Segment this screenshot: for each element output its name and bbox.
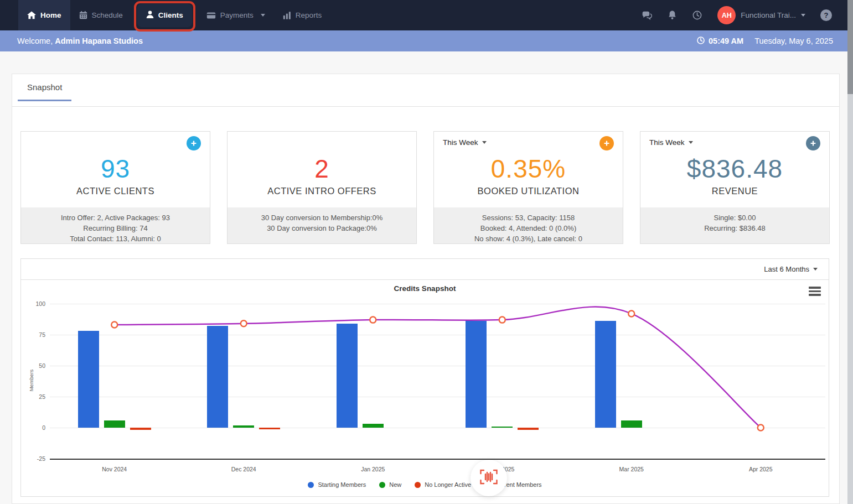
greeting-prefix: Welcome, <box>17 37 53 45</box>
legend-label: No Longer Active <box>425 481 471 488</box>
account-label: Functional Trai... <box>741 11 796 19</box>
time-text: 05:49 AM <box>709 37 743 45</box>
nav-item-label: Home <box>40 11 61 19</box>
welcome-message: Welcome, Admin Hapana Studios <box>17 37 143 45</box>
line-marker <box>241 320 247 326</box>
card-footer-line: Single: $0.00 <box>640 212 829 223</box>
card-footer-line: Booked: 4, Attended: 0 (0.0%) <box>434 223 623 233</box>
welcome-bar: Welcome, Admin Hapana Studios 05:49 AM T… <box>0 30 853 51</box>
plus-icon[interactable] <box>599 136 614 150</box>
tab-bar: Snapshot <box>12 74 839 107</box>
card-active-clients: 93 ACTIVE CLIENTS Intro Offer: 2, Active… <box>20 131 210 244</box>
hapana-logo-overlay <box>471 460 507 496</box>
home-icon <box>27 11 36 19</box>
stat-label: REVENUE <box>640 186 829 196</box>
welcome-datetime: 05:49 AM Tuesday, May 6, 2025 <box>696 36 833 46</box>
line-marker <box>499 317 505 323</box>
stat-value: 93 <box>21 154 210 184</box>
nav-right-cluster: AH Functional Trai... ? <box>627 6 832 24</box>
chart-plot-area: 1007550250-25Nov 2024Dec 2024Jan 2025Feb… <box>21 259 829 496</box>
nav-item-home[interactable]: Home <box>18 0 70 30</box>
card-footer-line: Recurring: $836.48 <box>640 223 829 233</box>
card-footer-line: 30 Day conversion to Membership:0% <box>228 212 416 223</box>
card-period-dropdown[interactable]: This Week <box>649 138 693 147</box>
legend-label: Starting Members <box>318 481 366 488</box>
line-marker <box>758 425 764 431</box>
chat-icon[interactable] <box>642 11 653 20</box>
card-booked-utilization: This Week 0.35% BOOKED UTILIZATION Sessi… <box>433 131 623 244</box>
card-revenue: This Week $836.48 REVENUE Single: $0.00R… <box>640 131 830 244</box>
card-footer-line: Recurring Billing: 74 <box>21 223 210 233</box>
nav-item-clients[interactable]: Clients <box>137 4 192 27</box>
card-footer-line: Sessions: 53, Capacity: 1158 <box>434 212 623 223</box>
top-navbar: Home Schedule Clients Payments Reports A… <box>0 0 853 30</box>
user-name: Admin Hapana Studios <box>55 37 143 45</box>
stat-value: 2 <box>228 154 416 184</box>
current-time: 05:49 AM <box>696 36 743 46</box>
legend-item-starting-members: Starting Members <box>308 481 366 488</box>
stat-footer: Sessions: 53, Capacity: 1158Booked: 4, A… <box>434 207 623 243</box>
line-marker <box>370 317 376 323</box>
plus-icon[interactable] <box>187 136 201 150</box>
card-active-intro-offers: 2 ACTIVE INTRO OFFERS 30 Day conversion … <box>227 131 417 244</box>
nav-item-payments[interactable]: Payments <box>198 0 274 30</box>
stat-label: ACTIVE INTRO OFFERS <box>228 186 416 196</box>
stat-footer: Single: $0.00Recurring: $836.48 <box>640 207 829 243</box>
plus-icon[interactable] <box>806 136 820 150</box>
stat-cards-row: 93 ACTIVE CLIENTS Intro Offer: 2, Active… <box>20 131 830 244</box>
nav-items: Home Schedule Clients Payments Reports <box>18 0 330 30</box>
card-footer-line: Intro Offer: 2, Active Packages: 93 <box>21 212 210 223</box>
legend-item-new: New <box>379 481 401 488</box>
nav-item-reports[interactable]: Reports <box>274 0 330 30</box>
help-icon[interactable]: ? <box>820 9 832 21</box>
credits-snapshot-panel: Last 6 Months Credits Snapshot Members 1… <box>20 258 829 497</box>
account-switcher[interactable]: Functional Trai... <box>741 11 805 19</box>
clock-icon[interactable] <box>692 10 702 20</box>
line-series-current-members <box>21 259 829 496</box>
bell-icon[interactable] <box>668 10 677 20</box>
line-marker <box>628 310 634 316</box>
card-footer-line: No show: 4 (0.3%), Late cancel: 0 <box>434 233 623 244</box>
calendar-icon <box>79 11 87 19</box>
legend-swatch <box>379 482 385 488</box>
tab-snapshot[interactable]: Snapshot <box>18 74 71 101</box>
stat-value: $836.48 <box>640 154 829 184</box>
legend-item-no-longer-active: No Longer Active <box>415 481 471 488</box>
current-date: Tuesday, May 6, 2025 <box>754 37 833 45</box>
clock-icon <box>696 36 705 46</box>
nav-item-schedule[interactable]: Schedule <box>70 0 132 30</box>
nav-item-label: Reports <box>296 11 322 19</box>
scrollbar-thumb[interactable] <box>847 0 853 94</box>
chart-legend: Starting MembersNewNo Longer ActiveCurre… <box>21 481 829 488</box>
legend-swatch <box>415 482 421 488</box>
nav-item-clients-wrap: Clients <box>137 0 192 30</box>
card-footer-line: Total Contact: 113, Alumni: 0 <box>21 233 210 244</box>
vertical-scrollbar <box>847 0 853 504</box>
hapana-barcode-icon <box>479 469 499 487</box>
chart-title: Credits Snapshot <box>21 284 829 293</box>
person-icon <box>146 11 154 20</box>
legend-swatch <box>308 482 314 488</box>
chevron-down-icon <box>801 14 805 17</box>
stat-value: 0.35% <box>434 154 623 184</box>
stat-label: ACTIVE CLIENTS <box>21 186 210 196</box>
credit-card-icon <box>206 12 216 19</box>
nav-item-label: Payments <box>220 11 254 19</box>
card-footer-line: 30 Day conversion to Package:0% <box>228 223 416 233</box>
bar-chart-icon <box>283 12 291 19</box>
avatar[interactable]: AH <box>717 6 736 24</box>
nav-item-label: Schedule <box>92 11 123 19</box>
stat-footer: Intro Offer: 2, Active Packages: 93Recur… <box>21 207 210 243</box>
card-period-dropdown[interactable]: This Week <box>443 138 487 147</box>
stat-footer: 30 Day conversion to Membership:0%30 Day… <box>228 207 416 243</box>
chevron-down-icon <box>261 14 265 17</box>
main-panel: Snapshot 93 ACTIVE CLIENTS Intro Offer: … <box>12 74 840 504</box>
hamburger-icon[interactable] <box>809 287 821 298</box>
stat-label: BOOKED UTILIZATION <box>434 186 623 196</box>
legend-label: New <box>389 481 401 488</box>
line-marker <box>111 322 117 328</box>
nav-item-label: Clients <box>158 11 183 19</box>
